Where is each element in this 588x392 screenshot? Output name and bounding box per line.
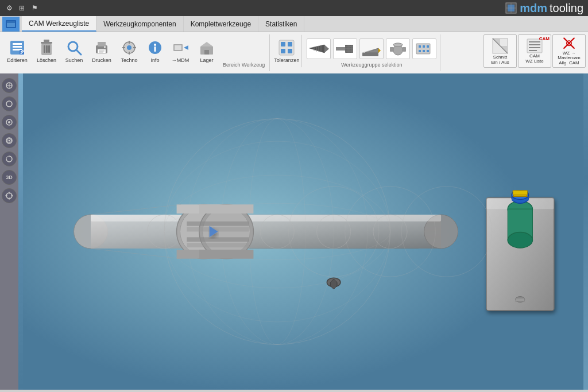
svg-rect-84: [529, 50, 537, 51]
view-btn-target[interactable]: [2, 188, 17, 203]
wz-mastercam-button[interactable]: WZ →MastercamAllg. CAM: [552, 34, 586, 68]
svg-rect-83: [529, 47, 540, 48]
werkzeuggruppe-group: Werkzeuggruppe selektion: [303, 34, 440, 71]
mastercam-label: WZ →MastercamAllg. CAM: [558, 51, 581, 66]
cam-wz-liste-button[interactable]: CAM CAMWZ Liste: [518, 34, 551, 68]
svg-rect-14: [41, 42, 52, 44]
svg-rect-59: [347, 45, 350, 53]
view-btn-3[interactable]: [2, 115, 17, 130]
view-btn-1[interactable]: [2, 78, 17, 93]
editieren-icon: [8, 38, 26, 57]
svg-rect-70: [419, 45, 421, 48]
toolbar-right-buttons: SchnittEin / Aus CAM CAMWZ Liste WZ →Mas…: [483, 34, 586, 71]
settings-icon[interactable]: ⚙: [5, 3, 14, 13]
svg-rect-67: [390, 47, 393, 52]
drill-icon-btn[interactable]: [307, 38, 331, 59]
endmill-icon-btn[interactable]: [333, 38, 357, 59]
tab-werkzeugkomponenten[interactable]: Werkzeugkomponenten: [96, 16, 184, 32]
lager-button[interactable]: Lager: [194, 34, 219, 68]
svg-marker-62: [378, 48, 381, 53]
tab-komplettwerkzeuge[interactable]: Komplettwerkzeuge: [184, 16, 258, 32]
werkzeuggruppe-label: Werkzeuggruppe selektion: [307, 62, 436, 69]
insert-holder-icon-btn[interactable]: [412, 38, 436, 59]
techno-icon: [120, 38, 138, 57]
svg-rect-149: [516, 298, 525, 302]
svg-point-36: [154, 44, 156, 46]
svg-rect-63: [362, 53, 378, 56]
svg-rect-26: [99, 52, 103, 53]
view-btn-3d[interactable]: 3D: [2, 170, 17, 185]
info-button[interactable]: Info: [144, 34, 167, 68]
logo-mdm: mdm: [520, 2, 547, 15]
svg-rect-71: [423, 45, 425, 48]
svg-rect-18: [46, 45, 48, 53]
svg-point-29: [127, 45, 131, 50]
title-bar-icons: ⚙ ⊞ ⚑: [5, 3, 39, 13]
svg-rect-134: [187, 227, 249, 232]
view-btn-5[interactable]: [2, 152, 17, 166]
techno-button[interactable]: Techno: [116, 34, 142, 68]
view-btn-4[interactable]: [2, 133, 17, 148]
svg-rect-47: [288, 49, 292, 53]
lager-icon: [198, 38, 216, 57]
turning-icon-btn[interactable]: [359, 38, 384, 59]
svg-rect-23: [98, 42, 106, 46]
svg-rect-147: [513, 191, 528, 195]
suchen-icon: [65, 38, 83, 57]
menu-tabs: CAM Werkzeugliste Werkzeugkomponenten Ko…: [0, 16, 588, 32]
view-btn-2[interactable]: [2, 96, 17, 111]
bereich-werkzeug-label: Bereich Werkzeug: [220, 62, 267, 69]
svg-rect-69: [416, 44, 430, 54]
svg-rect-31: [129, 52, 130, 55]
svg-rect-60: [351, 45, 353, 53]
svg-rect-82: [529, 44, 540, 45]
drucken-button[interactable]: Drucken: [88, 34, 115, 68]
svg-rect-45: [288, 42, 292, 46]
svg-rect-44: [281, 42, 285, 46]
cylinder-icon-btn[interactable]: [386, 38, 410, 59]
svg-rect-27: [104, 46, 106, 48]
menu-home-icon[interactable]: [2, 17, 20, 32]
svg-rect-17: [44, 45, 45, 53]
svg-rect-73: [419, 50, 421, 52]
info-label: Info: [150, 58, 159, 64]
network-icon[interactable]: ⊞: [17, 3, 26, 13]
cam-badge: CAM: [539, 36, 550, 41]
svg-point-142: [508, 232, 532, 248]
drucken-icon: [92, 38, 111, 57]
loeschen-button[interactable]: Löschen: [33, 34, 60, 68]
editieren-button[interactable]: Editieren: [2, 34, 32, 68]
cam-wz-liste-label: CAMWZ Liste: [525, 54, 544, 64]
svg-rect-9: [13, 46, 22, 48]
toleranzen-label: Toleranzen: [274, 58, 299, 64]
svg-rect-74: [423, 50, 425, 52]
suchen-button[interactable]: Suchen: [61, 34, 87, 68]
editieren-label: Editieren: [7, 58, 28, 64]
svg-point-96: [9, 140, 10, 142]
svg-point-66: [393, 43, 403, 46]
svg-rect-32: [122, 47, 125, 48]
svg-rect-6: [7, 21, 15, 23]
3d-scene: [18, 73, 588, 390]
svg-point-91: [6, 101, 12, 107]
schnitt-label: SchnittEin / Aus: [491, 55, 509, 65]
svg-rect-136: [187, 243, 249, 247]
loeschen-label: Löschen: [37, 58, 56, 64]
svg-marker-48: [310, 45, 326, 53]
schnitt-icon: [492, 37, 509, 55]
tab-cam-werkzeugliste[interactable]: CAM Werkzeugliste: [22, 16, 96, 32]
tab-statistiken[interactable]: Statistiken: [258, 16, 304, 32]
svg-rect-19: [48, 45, 50, 53]
svg-marker-39: [184, 45, 188, 50]
svg-rect-30: [129, 41, 130, 44]
mastercam-icon: [561, 36, 577, 51]
mdm-button[interactable]: →MDM: [168, 34, 193, 68]
schnitt-ein-aus-button[interactable]: SchnittEin / Aus: [483, 34, 517, 68]
mdm-label: →MDM: [172, 58, 189, 64]
lager-label: Lager: [200, 58, 213, 64]
logo-tooling: tooling: [550, 2, 583, 15]
viewport[interactable]: mdm CAM-Tooling: [18, 73, 588, 390]
toleranzen-button[interactable]: Toleranzen: [271, 34, 302, 68]
flag-icon[interactable]: ⚑: [30, 3, 39, 13]
svg-line-21: [76, 50, 81, 55]
